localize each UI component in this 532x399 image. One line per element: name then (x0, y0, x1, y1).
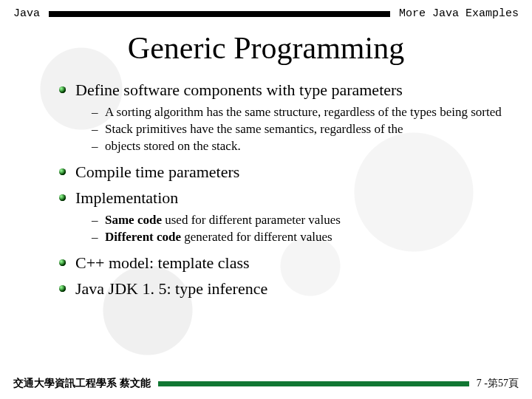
page-title: Generic Programming (0, 30, 532, 66)
header-bar (49, 11, 390, 17)
bold-text: Same code (105, 213, 162, 227)
list-item: Define software components with type par… (59, 79, 502, 155)
bullet-text: Define software components with type par… (75, 81, 403, 99)
footer-left: 交通大學資訊工程學系 蔡文能 (13, 377, 151, 390)
slide: Java More Java Examples Generic Programm… (0, 0, 532, 399)
list-item: Implementation Same code used for differ… (59, 187, 502, 246)
sub-list: Same code used for different parameter v… (92, 212, 502, 246)
rest-text: generated for different values (181, 230, 332, 244)
footer-right: 7 -第57頁 (477, 377, 519, 390)
sub-item: A sorting algorithm has the same structu… (92, 104, 502, 121)
list-item: Java JDK 1. 5: type inference (59, 278, 502, 300)
sub-item: Different code generated for different v… (92, 229, 502, 246)
sub-item: Same code used for different parameter v… (92, 212, 502, 229)
header: Java More Java Examples (0, 0, 532, 20)
sub-list: A sorting algorithm has the same structu… (92, 104, 502, 155)
footer-bar (158, 381, 469, 386)
bold-text: Different code (105, 230, 181, 244)
footer: 交通大學資訊工程學系 蔡文能 7 -第57頁 (0, 377, 532, 390)
list-item: Compile time parameters (59, 161, 502, 183)
sub-item: objects stored on the stack. (92, 138, 502, 155)
content: Define software components with type par… (0, 79, 532, 300)
main-list: Define software components with type par… (59, 79, 502, 300)
header-right: More Java Examples (399, 7, 519, 20)
header-left: Java (13, 7, 40, 20)
sub-item: Stack primitives have the same semantics… (92, 121, 502, 138)
rest-text: used for different parameter values (162, 213, 341, 227)
bullet-text: Implementation (75, 188, 178, 207)
list-item: C++ model: template class (59, 252, 502, 274)
